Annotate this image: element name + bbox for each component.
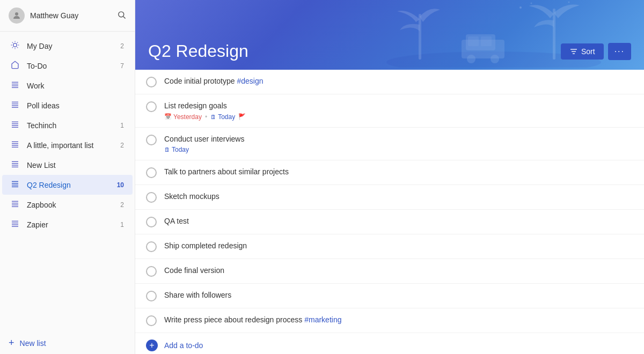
sidebar-item-count: 2	[114, 42, 124, 50]
list-icon	[11, 61, 21, 71]
task-checkbox[interactable]	[146, 241, 157, 252]
sidebar-item-label: Zapier	[27, 220, 114, 229]
sidebar-username: Matthew Guay	[30, 11, 117, 20]
sidebar-header: Matthew Guay	[0, 0, 135, 32]
task-title: Share with followers	[164, 290, 633, 301]
main-header: Q2 Redesign Sort ···	[135, 0, 644, 70]
table-row[interactable]: QA test	[135, 210, 644, 234]
sidebar-item-count: 10	[114, 181, 124, 189]
sidebar-item-label: A little, important list	[27, 141, 114, 150]
task-checkbox[interactable]	[146, 167, 157, 178]
calendar-today-icon: 🗓	[210, 114, 216, 120]
task-content: Write press piece about redesign process…	[164, 315, 633, 326]
table-row[interactable]: Write press piece about redesign process…	[135, 308, 644, 333]
task-meta-overdue-date: 📅Yesterday	[164, 113, 202, 121]
svg-point-0	[15, 12, 18, 16]
svg-line-10	[12, 47, 13, 48]
task-checkbox[interactable]	[146, 315, 157, 326]
new-list-button[interactable]: + New list	[0, 332, 135, 354]
task-content: Code final version	[164, 266, 633, 276]
task-title: Sketch mockups	[164, 191, 633, 202]
sidebar-item-zapbook[interactable]: Zapbook2	[2, 195, 133, 215]
svg-point-3	[13, 43, 17, 47]
task-content: Conduct user interviews🗓Today	[164, 134, 633, 154]
sidebar: Matthew Guay My Day2To-Do7WorkPoll ideas…	[0, 0, 135, 354]
sidebar-item-techinch[interactable]: Techinch1	[2, 115, 133, 135]
task-tag: #marketing	[304, 315, 341, 324]
table-row[interactable]: Sketch mockups	[135, 185, 644, 210]
task-title: Talk to partners about similar projects	[164, 167, 633, 178]
task-title: Code final version	[164, 266, 633, 276]
task-meta-flag: 🚩	[238, 113, 246, 120]
task-checkbox[interactable]	[146, 192, 157, 203]
sidebar-item-label: Zapbook	[27, 201, 114, 209]
svg-point-54	[531, 3, 532, 4]
more-options-button[interactable]: ···	[608, 43, 631, 60]
sidebar-item-my-day[interactable]: My Day2	[2, 36, 133, 56]
task-meta: 🗓Today	[164, 146, 633, 153]
task-checkbox[interactable]	[146, 217, 157, 227]
search-icon[interactable]	[117, 10, 126, 21]
task-content: List redesign goals📅Yesterday•🗓Today🚩	[164, 101, 633, 121]
table-row[interactable]: Ship completed redesign	[135, 234, 644, 259]
table-row[interactable]: Talk to partners about similar projects	[135, 160, 644, 185]
add-todo-row[interactable]: + Add a to-do	[135, 333, 644, 354]
add-todo-icon: +	[146, 340, 158, 351]
sidebar-item-label: Q2 Redesign	[27, 181, 114, 189]
task-checkbox[interactable]	[146, 135, 157, 145]
plus-icon: +	[9, 337, 14, 349]
sidebar-item-label: Techinch	[27, 121, 114, 130]
list-icon	[11, 160, 21, 170]
task-meta-today-date: 🗓Today	[210, 113, 235, 121]
sidebar-item-new-list[interactable]: New List	[2, 155, 133, 175]
svg-line-11	[17, 42, 18, 43]
main-content: Q2 Redesign Sort ··· Code initial protot…	[135, 0, 644, 354]
sidebar-item-count: 2	[114, 142, 124, 149]
table-row[interactable]: Code initial prototype #design	[135, 70, 644, 94]
sidebar-item-zapier[interactable]: Zapier1	[2, 215, 133, 234]
task-list: Code initial prototype #designList redes…	[135, 70, 644, 354]
sort-button[interactable]: Sort	[561, 43, 604, 60]
sidebar-item-q2-redesign[interactable]: Q2 Redesign10	[2, 175, 133, 195]
table-row[interactable]: Code final version	[135, 259, 644, 284]
list-icon	[11, 180, 21, 190]
sidebar-item-count: 1	[114, 122, 124, 129]
calendar-icon: 📅	[164, 113, 172, 120]
list-icon	[11, 41, 21, 51]
page-title: Q2 Redesign	[148, 41, 561, 61]
sidebar-item-label: My Day	[27, 42, 114, 50]
sidebar-item-to-do[interactable]: To-Do7	[2, 56, 133, 76]
list-icon	[11, 140, 21, 150]
task-checkbox[interactable]	[146, 291, 157, 301]
table-row[interactable]: Share with followers	[135, 284, 644, 308]
task-checkbox[interactable]	[146, 101, 157, 112]
task-content: Talk to partners about similar projects	[164, 167, 633, 178]
meta-separator: •	[205, 113, 207, 121]
header-actions: Sort ···	[561, 43, 631, 60]
list-icon	[11, 200, 21, 210]
sidebar-item-count: 1	[114, 221, 124, 228]
task-title: Ship completed redesign	[164, 241, 633, 252]
sidebar-item-poll-ideas[interactable]: Poll ideas	[2, 95, 133, 115]
table-row[interactable]: Conduct user interviews🗓Today	[135, 128, 644, 161]
add-todo-label: Add a to-do	[164, 341, 203, 350]
task-checkbox[interactable]	[146, 77, 157, 87]
sidebar-item-label: Work	[27, 82, 124, 90]
svg-line-2	[123, 16, 126, 18]
list-icon	[11, 80, 21, 91]
sidebar-item-label: New List	[27, 161, 124, 169]
task-checkbox[interactable]	[146, 266, 157, 277]
sidebar-item-label: Poll ideas	[27, 101, 124, 110]
sidebar-item-label: To-Do	[27, 62, 114, 70]
svg-line-7	[17, 47, 18, 48]
sidebar-item-count: 7	[114, 62, 124, 70]
task-content: Sketch mockups	[164, 191, 633, 202]
task-content: Ship completed redesign	[164, 241, 633, 252]
table-row[interactable]: List redesign goals📅Yesterday•🗓Today🚩	[135, 94, 644, 128]
task-title: List redesign goals	[164, 101, 633, 112]
svg-point-1	[119, 11, 124, 17]
task-content: QA test	[164, 216, 633, 227]
task-meta-today-date: 🗓Today	[164, 146, 189, 153]
sidebar-item-work[interactable]: Work	[2, 76, 133, 95]
sidebar-item-a-little-important-list[interactable]: A little, important list2	[2, 135, 133, 155]
